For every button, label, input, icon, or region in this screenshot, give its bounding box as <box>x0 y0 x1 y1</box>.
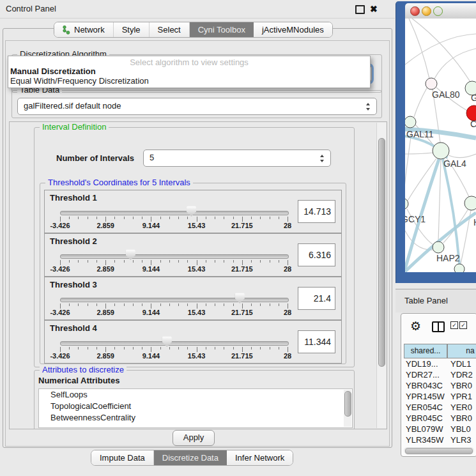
threshold-value-field[interactable]: 14.713 <box>298 200 335 223</box>
tick-mark <box>114 303 115 306</box>
tick-mark <box>160 260 161 263</box>
tick-mark <box>288 347 288 352</box>
threshold-panel: Threshold 1-3.4262.8599.14415.4321.71528… <box>44 190 342 233</box>
tick-mark <box>114 260 115 263</box>
attributes-title: Attributes to discretize <box>40 365 127 374</box>
slider-track[interactable] <box>60 298 289 302</box>
bottom-tab-label: Discretize Data <box>162 453 219 463</box>
tick-mark <box>78 260 79 263</box>
tick-mark <box>224 217 224 219</box>
slider-track[interactable] <box>60 254 289 259</box>
tick-mark <box>160 347 161 349</box>
table-row[interactable]: YBR045CYBR0 <box>401 413 476 424</box>
cell-shared-name: YDR27... <box>406 369 440 380</box>
tick-mark <box>288 217 288 222</box>
table-row[interactable]: YER054CYER0 <box>401 402 476 413</box>
tick-label: -3.426 <box>50 309 70 316</box>
threshold-value-field[interactable]: 6.316 <box>298 243 335 266</box>
tick-mark <box>151 260 151 265</box>
column-visibility-icons[interactable]: ✓ ✓ <box>450 321 467 329</box>
tick-label: 15.43 <box>188 265 206 273</box>
minimize-traffic-light[interactable] <box>422 6 431 16</box>
tick-mark <box>133 217 134 219</box>
table-row[interactable]: YBL079WYBL0 <box>401 424 476 434</box>
network-node-label: HAP2 <box>436 253 460 263</box>
tick-label: 15.43 <box>188 309 206 316</box>
gear-icon[interactable]: ⚙ <box>410 319 421 334</box>
split-columns-icon[interactable] <box>432 321 445 332</box>
settings-scrollbar[interactable] <box>376 123 386 428</box>
attribute-list-item[interactable]: BetweennessCentrality <box>39 412 352 424</box>
network-node-HAP2[interactable] <box>433 242 444 253</box>
table-row[interactable]: YDL19...YDL1 <box>401 358 476 369</box>
checkbox-icon[interactable]: ✓ <box>450 321 458 329</box>
table-row[interactable]: YDR27...YDR2 <box>401 369 476 380</box>
attributes-list-scrollbar[interactable] <box>344 390 351 427</box>
float-window-icon[interactable] <box>355 5 365 14</box>
attribute-list-item[interactable]: SelfLoops <box>39 389 352 401</box>
network-node-GAL11[interactable] <box>405 116 416 128</box>
bottom-tab-label: Infer Network <box>235 453 284 463</box>
tick-mark <box>105 217 106 222</box>
tick-mark <box>178 217 179 219</box>
table-data-value: galFiltered.sif default node <box>24 98 121 114</box>
slider-track[interactable] <box>60 341 289 346</box>
tab-style[interactable]: Style <box>113 22 149 37</box>
table-row[interactable]: YBR043CYBR0 <box>401 380 476 391</box>
attributes-list: SelfLoopsTopologicalCoefficientBetweenne… <box>38 388 353 428</box>
threshold-value-field[interactable]: 21.4 <box>298 287 335 310</box>
attribute-list-item[interactable]: TopologicalCoefficient <box>39 401 352 412</box>
network-node-node-H[interactable] <box>464 196 476 210</box>
tick-mark <box>60 347 61 352</box>
network-edge <box>449 154 476 158</box>
tick-label: -3.426 <box>50 222 70 229</box>
cell-shared-name: YBL079W <box>406 424 443 434</box>
tick-label: 9.144 <box>142 309 160 316</box>
threshold-label: Threshold 4 <box>50 323 97 333</box>
network-node-label: GCY1 <box>405 214 426 224</box>
network-canvas[interactable]: GAL80GACGAL11GAL4GCY1HHAP2 <box>405 19 476 272</box>
close-traffic-light[interactable] <box>410 6 420 16</box>
tick-mark <box>96 303 97 306</box>
column-header-shared[interactable]: shared... <box>404 344 447 358</box>
cell-name: YER0 <box>450 402 472 413</box>
table-row[interactable]: YLR345WYLR3 <box>401 434 476 445</box>
bottom-tab-impute-data[interactable]: Impute Data <box>91 450 153 465</box>
zoom-traffic-light[interactable] <box>433 6 443 16</box>
cell-name: YBR0 <box>450 380 472 391</box>
tick-mark <box>224 260 224 263</box>
bottom-tab-label: Impute Data <box>100 453 145 463</box>
number-of-intervals-select[interactable]: 5 <box>143 150 331 167</box>
network-edge <box>405 153 433 154</box>
slider-ticks <box>60 260 288 265</box>
table-panel-header: Table Panel <box>395 289 476 312</box>
slider-tick-labels: -3.4262.8599.14415.4321.71528 <box>60 265 288 273</box>
apply-button[interactable]: Apply <box>173 430 215 446</box>
tab-select[interactable]: Select <box>149 22 189 37</box>
network-node-GAL4[interactable] <box>433 142 449 159</box>
thresholds-group: Threshold's Coordinates for 5 Intervals … <box>40 183 346 364</box>
algorithm-menu-item[interactable]: Equal Width/Frequency Discretization <box>10 76 149 86</box>
tab-network[interactable]: Network <box>54 22 113 37</box>
tab-jactivemnodules[interactable]: jActiveMNodules <box>254 22 332 37</box>
network-node-GAL80[interactable] <box>426 78 437 89</box>
slider-track[interactable] <box>60 211 289 215</box>
tick-mark <box>260 303 261 306</box>
close-icon[interactable]: ✖ <box>370 3 378 15</box>
table-horizontal-scrollbar[interactable] <box>404 447 474 454</box>
threshold-value-field[interactable]: 11.344 <box>298 330 335 353</box>
column-header-name[interactable]: na <box>447 344 476 358</box>
bottom-tab-infer-network[interactable]: Infer Network <box>227 450 293 465</box>
threshold-panel: Threshold 2-3.4262.8599.14415.4321.71528… <box>44 233 342 277</box>
tick-mark <box>242 260 243 265</box>
bottom-tab-discretize-data[interactable]: Discretize Data <box>153 450 227 465</box>
network-window-titlebar[interactable] <box>405 3 476 19</box>
network-node-node-bottom[interactable] <box>454 264 464 272</box>
table-row[interactable]: YPR145WYPR1 <box>401 391 476 402</box>
table-data-select[interactable]: galFiltered.sif default node <box>17 98 377 115</box>
checkbox-icon[interactable]: ✓ <box>459 321 467 329</box>
tick-label: 21.715 <box>231 309 253 316</box>
algorithm-menu-item[interactable]: Manual Discretization <box>10 66 96 76</box>
tick-label: 2.859 <box>96 309 114 316</box>
tab-cyni-toolbox[interactable]: Cyni Toolbox <box>189 22 254 37</box>
